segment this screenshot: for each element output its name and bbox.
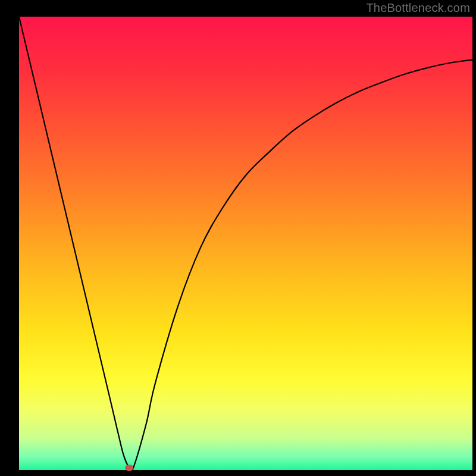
chart-svg	[0, 0, 476, 476]
watermark-label: TheBottleneck.com	[366, 1, 470, 15]
minimum-marker	[125, 465, 133, 471]
plot-background	[19, 17, 472, 470]
chart-frame: TheBottleneck.com	[0, 0, 476, 476]
